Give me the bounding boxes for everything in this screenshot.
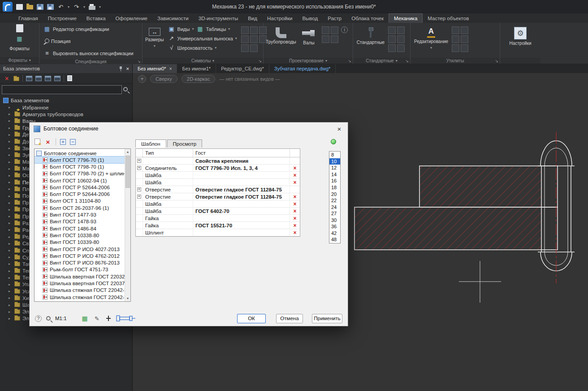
delete-row-icon[interactable] — [293, 230, 296, 236]
shafts-button[interactable]: Валы — [298, 24, 319, 56]
table-row[interactable]: Отверстие Отверстие гладкое ГОСТ 11284-7… — [136, 186, 300, 193]
expand-arrow-icon[interactable] — [9, 146, 12, 150]
delete-row-icon[interactable] — [293, 179, 296, 186]
fastener-tree-item[interactable]: Винт ГОСТ 1477-93 — [35, 211, 130, 218]
qat-more-icon[interactable] — [99, 5, 101, 9]
scroll-down-icon[interactable] — [125, 295, 130, 301]
preview-window-icon[interactable] — [54, 76, 61, 81]
dialog-launcher-icon[interactable] — [405, 59, 409, 63]
help-icon[interactable] — [35, 315, 42, 322]
table-row[interactable]: Шплинт — [136, 229, 300, 236]
formats-button[interactable]: Форматы — [9, 46, 30, 51]
size-option[interactable]: 30 — [329, 217, 340, 223]
expand-arrow-icon[interactable] — [9, 296, 12, 300]
align-callouts-button[interactable]: Выровнять выноски спецификации — [42, 48, 135, 58]
tables-button[interactable]: Таблицы — [195, 24, 231, 34]
expand-arrow-icon[interactable] — [9, 317, 12, 321]
table-row[interactable]: Свойства крепления — [136, 157, 300, 165]
table-row[interactable]: Шайба ГОСТ 6402-70 — [136, 208, 300, 215]
expand-arrow-icon[interactable] — [9, 303, 12, 307]
expand-arrow-icon[interactable] — [9, 105, 12, 109]
table-row[interactable]: Шайба — [136, 179, 300, 186]
ok-button[interactable]: ОК — [237, 314, 266, 323]
row-gost[interactable] — [193, 215, 290, 222]
expand-arrow-icon[interactable] — [9, 119, 12, 123]
fastener-tree-item[interactable]: Винт ГОСТ 1486-84 — [35, 225, 130, 232]
small-tool-icon[interactable] — [397, 44, 405, 52]
card-view-icon[interactable] — [26, 76, 32, 81]
enabled-bulb-icon[interactable] — [331, 139, 336, 144]
ribbon-tab[interactable]: Оформление — [111, 13, 152, 23]
expand-arrow-icon[interactable] — [9, 139, 12, 143]
settings-button[interactable]: Настройки — [506, 24, 535, 56]
redo-icon[interactable] — [73, 3, 80, 10]
scrollbar-thumb[interactable] — [125, 156, 130, 188]
open-file-icon[interactable] — [26, 5, 33, 9]
expand-arrow-icon[interactable] — [9, 174, 12, 178]
expand-arrow-icon[interactable] — [9, 242, 12, 246]
delete-row-icon[interactable] — [293, 165, 296, 171]
new-folder-icon[interactable] — [13, 77, 19, 81]
save-icon[interactable] — [37, 4, 43, 10]
ribbon-tab[interactable]: Вставка — [82, 13, 111, 23]
fastener-tree-item[interactable]: Шпилька ввертная ГОСТ 22037-7 — [35, 280, 130, 287]
small-tool-icon[interactable] — [461, 26, 468, 34]
row-gost[interactable]: ГОСТ 7796-70 Исп. 1, 3, 4 — [193, 165, 290, 171]
size-option[interactable]: 16 — [329, 178, 340, 184]
fastener-tree-item[interactable]: Болт ГОСТ Р 52644-2006 — [35, 184, 130, 191]
small-tool-icon[interactable] — [461, 44, 468, 52]
small-tool-icon[interactable] — [397, 26, 405, 34]
fastener-tree-item[interactable]: Рым-болт ГОСТ 4751-73 — [35, 266, 130, 273]
small-tool-icon[interactable] — [388, 44, 396, 52]
table-row[interactable]: Отверстие Отверстие гладкое ГОСТ 11284-7… — [136, 193, 300, 200]
ribbon-tab[interactable]: Построение — [43, 13, 82, 23]
small-tool-icon[interactable] — [331, 35, 338, 43]
expand-all-icon[interactable] — [60, 139, 66, 145]
row-gost[interactable] — [193, 200, 290, 207]
size-option[interactable]: 48 — [329, 236, 340, 243]
template-tab[interactable]: Шаблон — [135, 139, 166, 148]
expand-arrow-icon[interactable] — [9, 133, 12, 137]
small-tool-icon[interactable] — [331, 26, 338, 34]
close-panel-icon[interactable] — [126, 66, 129, 71]
group-label-standard[interactable]: Стандартные — [353, 58, 410, 64]
fastener-tree-item[interactable]: Болт ГОСТ Р 52644-2006 — [35, 191, 130, 197]
row-gost[interactable] — [193, 179, 290, 186]
undo-dropdown-icon[interactable] — [68, 5, 69, 9]
app-logo-icon[interactable] — [3, 2, 13, 12]
group-label-design[interactable]: Проектирование — [264, 58, 353, 64]
element-tree-root[interactable]: База элементов — [0, 97, 132, 104]
edit-spec-icon[interactable] — [93, 315, 101, 322]
fastener-tree-item[interactable]: Болт ГОСТ 7796-70 (1) — [35, 156, 130, 163]
editing-button[interactable]: Редактирование — [413, 24, 449, 56]
apply-button[interactable]: Применить — [312, 314, 342, 323]
position-button[interactable]: Позиция — [42, 36, 72, 46]
sidebar-tree-item[interactable]: Арматура трубопроводов — [0, 111, 132, 117]
size-option[interactable]: 36 — [329, 223, 340, 230]
small-tool-icon[interactable] — [322, 35, 329, 43]
small-tool-icon[interactable] — [452, 44, 459, 52]
dialog-launcher-icon[interactable] — [137, 59, 141, 64]
dialog-launcher-icon[interactable] — [258, 59, 262, 63]
expand-arrow-icon[interactable] — [9, 262, 12, 266]
table-row[interactable]: Гайка ГОСТ 15521-70 — [136, 222, 300, 229]
fastener-tree-item[interactable]: Винт ГОСТ Р ИСО 4762-2012 — [35, 252, 130, 259]
expand-arrow-icon[interactable] — [9, 269, 12, 273]
size-option[interactable]: 42 — [329, 230, 340, 237]
add-viewport-icon[interactable] — [138, 75, 146, 83]
fastener-tree-item[interactable]: Винт ГОСТ 1478-93 — [35, 218, 130, 225]
plot-icon[interactable] — [89, 6, 95, 10]
delete-template-icon[interactable] — [44, 138, 52, 145]
size-option[interactable]: 8 — [329, 152, 340, 158]
fastener-tree-item[interactable]: Винт ГОСТ Р ИСО 8676-2013 — [35, 259, 130, 266]
visual-style-button[interactable]: 2D-каркас — [182, 75, 216, 83]
new-template-icon[interactable] — [35, 139, 40, 145]
delete-row-icon[interactable] — [293, 194, 296, 200]
search-icon[interactable] — [123, 87, 128, 91]
expand-arrow-icon[interactable] — [9, 194, 12, 198]
ribbon-tab[interactable]: Растр — [323, 13, 346, 23]
delete-element-icon[interactable] — [3, 75, 10, 82]
expand-arrow-icon[interactable] — [9, 248, 12, 252]
dialog-close-icon[interactable] — [331, 123, 348, 135]
expand-arrow-icon[interactable] — [9, 167, 12, 171]
